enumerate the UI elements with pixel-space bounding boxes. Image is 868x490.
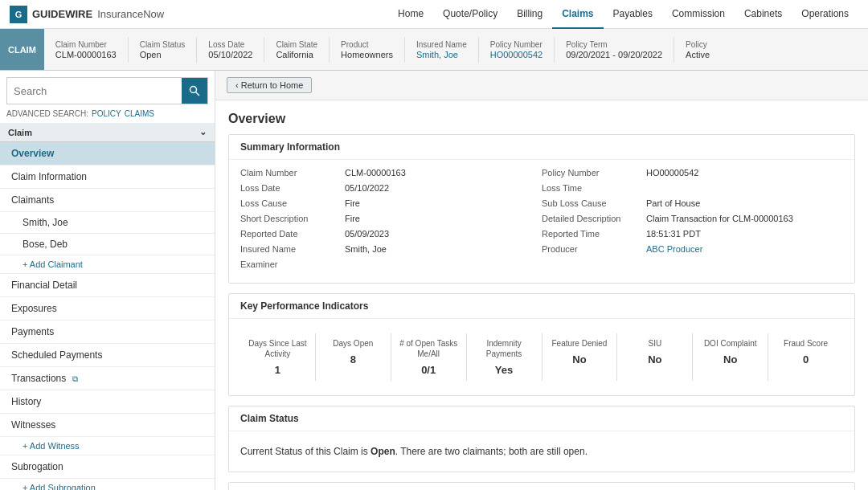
kpi-indemnity-label: Indemnity Payments (475, 338, 534, 359)
advanced-search-claims[interactable]: CLAIMS (125, 109, 154, 118)
logo-icon: G (10, 6, 27, 23)
insured-name-value[interactable]: Smith, Joe (416, 50, 467, 59)
kpi-days-since-value: 1 (248, 364, 307, 376)
info-row-reported-date: Reported Date 05/09/2023 (240, 229, 542, 239)
detailed-desc-value: Claim Transaction for CLM-00000163 (646, 214, 793, 223)
loss-date-field-value: 05/10/2022 (345, 183, 389, 193)
financial-notice-section: Financial Information not shown due to a… (228, 482, 855, 490)
kpi-siu-value: No (625, 353, 684, 365)
policy-number-label: Policy Number (490, 40, 542, 49)
short-desc-value: Fire (345, 214, 360, 223)
sidebar-item-financial-detail[interactable]: Financial Detail (0, 274, 215, 297)
kpi-fraud-score: Fraud Score 0 (768, 333, 843, 381)
main-nav: Home Quote/Policy Billing Claims Payable… (388, 0, 858, 29)
sidebar-item-payments[interactable]: Payments (0, 321, 215, 344)
nav-home[interactable]: Home (388, 0, 433, 29)
sidebar-item-bose-deb[interactable]: Bose, Deb (0, 234, 215, 255)
insured-name-field-value: Smith, Joe (345, 244, 387, 254)
sidebar-item-witnesses[interactable]: Witnesses (0, 414, 215, 437)
reported-date-value: 05/09/2023 (345, 229, 389, 239)
sidebar-item-subrogation[interactable]: Subrogation (0, 455, 215, 479)
product-label: Product (341, 40, 393, 49)
sidebar-item-claim-information[interactable]: Claim Information (0, 165, 215, 189)
nav-billing[interactable]: Billing (507, 0, 552, 29)
sidebar-item-overview[interactable]: Overview (0, 142, 215, 165)
info-row-loss-date: Loss Date 05/10/2022 (240, 183, 542, 193)
kpi-section: Key Performance Indicators Days Since La… (228, 293, 855, 396)
claim-status-body: Current Status of this Claim is Open. Th… (229, 431, 854, 472)
kpi-doi-value: No (701, 353, 760, 365)
summary-right: Policy Number HO00000542 Loss Time Sub L… (542, 168, 843, 275)
claim-field-state: Claim State California (264, 37, 330, 63)
nav-payables[interactable]: Payables (604, 0, 662, 29)
sidebar-chevron-icon: ⌄ (199, 127, 207, 137)
nav-commission[interactable]: Commission (662, 0, 735, 29)
advanced-search-area: ADVANCED SEARCH: POLICY CLAIMS (0, 108, 215, 123)
advanced-search-policy[interactable]: POLICY (92, 109, 121, 118)
return-home-button[interactable]: ‹ Return to Home (227, 77, 312, 93)
search-area (0, 71, 215, 108)
nav-cabinets[interactable]: Cabinets (735, 0, 792, 29)
svg-line-1 (196, 92, 200, 96)
search-button[interactable] (182, 78, 207, 104)
kpi-fraud-score-value: 0 (776, 353, 835, 365)
kpi-doi: DOI Complaint No (693, 333, 768, 381)
info-row-detailed-desc: Detailed Description Claim Transaction f… (542, 214, 843, 223)
nav-quote-policy[interactable]: Quote/Policy (433, 0, 507, 29)
summary-left: Claim Number CLM-00000163 Loss Date 05/1… (240, 168, 542, 275)
product-value: Homeowners (341, 50, 393, 59)
logo: G GUIDEWIRE InsuranceNow (10, 6, 164, 23)
search-icon (189, 85, 200, 96)
sub-loss-cause-label: Sub Loss Cause (542, 198, 646, 208)
reported-time-value: 18:51:31 PDT (646, 229, 701, 239)
kpi-indemnity-value: Yes (475, 364, 534, 376)
return-bar: ‹ Return to Home (215, 71, 868, 100)
examiner-label: Examiner (240, 259, 345, 269)
transactions-label: Transactions (11, 373, 66, 384)
info-row-policy-number: Policy Number HO00000542 (542, 168, 843, 178)
claim-field-status: Claim Status Open (129, 37, 198, 63)
sidebar-item-history[interactable]: History (0, 390, 215, 414)
info-row-examiner: Examiner (240, 259, 542, 269)
loss-time-label: Loss Time (542, 183, 646, 193)
loss-cause-label: Loss Cause (240, 198, 345, 208)
kpi-feature-denied-label: Feature Denied (551, 338, 609, 349)
sidebar-item-smith-joe[interactable]: Smith, Joe (0, 212, 215, 234)
claim-number-field-value: CLM-00000163 (345, 168, 406, 178)
advanced-search-label: ADVANCED SEARCH: (6, 109, 88, 118)
kpi-indemnity: Indemnity Payments Yes (467, 333, 542, 381)
policy-term-value: 09/20/2021 - 09/20/2022 (566, 50, 662, 59)
policy-number-value[interactable]: HO00000542 (490, 50, 542, 59)
sidebar-add-claimant[interactable]: + Add Claimant (0, 255, 215, 274)
sidebar-add-subrogation[interactable]: + Add Subrogation (0, 479, 215, 490)
sidebar-add-witness[interactable]: + Add Witness (0, 437, 215, 455)
policy-status-label: Policy (686, 40, 710, 49)
claim-status-word: Open (371, 446, 395, 457)
sidebar-item-transactions[interactable]: Transactions ⧉ (0, 367, 215, 390)
search-input[interactable] (7, 80, 182, 102)
claim-field-policy-term: Policy Term 09/20/2021 - 09/20/2022 (555, 37, 674, 63)
loss-date-value: 05/10/2022 (208, 50, 252, 59)
info-row-sub-loss-cause: Sub Loss Cause Part of House (542, 198, 843, 208)
info-row-claim-number: Claim Number CLM-00000163 (240, 168, 542, 178)
logo-product: InsuranceNow (97, 8, 164, 20)
sidebar-item-scheduled-payments[interactable]: Scheduled Payments (0, 344, 215, 367)
sidebar-claim-section[interactable]: Claim ⌄ (0, 123, 215, 142)
detailed-desc-label: Detailed Description (542, 214, 646, 223)
nav-claims[interactable]: Claims (552, 0, 603, 29)
sidebar-item-claimants[interactable]: Claimants (0, 189, 215, 212)
nav-operations[interactable]: Operations (792, 0, 858, 29)
kpi-doi-label: DOI Complaint (701, 338, 760, 349)
sidebar-item-exposures[interactable]: Exposures (0, 297, 215, 321)
producer-value[interactable]: ABC Producer (646, 244, 702, 254)
kpi-open-tasks-value: 0/1 (399, 364, 458, 376)
kpi-grid: Days Since Last Activity 1 Days Open 8 #… (240, 327, 843, 387)
sub-loss-cause-value: Part of House (646, 198, 700, 208)
policy-status-value: Active (686, 50, 710, 59)
kpi-days-open-value: 8 (324, 353, 383, 365)
claim-field-loss-date: Loss Date 05/10/2022 (197, 37, 264, 63)
claim-header-bar: CLAIM Claim Number CLM-00000163 Claim St… (0, 29, 868, 71)
claim-status-section: Claim Status Current Status of this Clai… (228, 406, 855, 472)
search-box (6, 77, 208, 104)
claim-field-policy-status: Policy Active (674, 37, 721, 63)
